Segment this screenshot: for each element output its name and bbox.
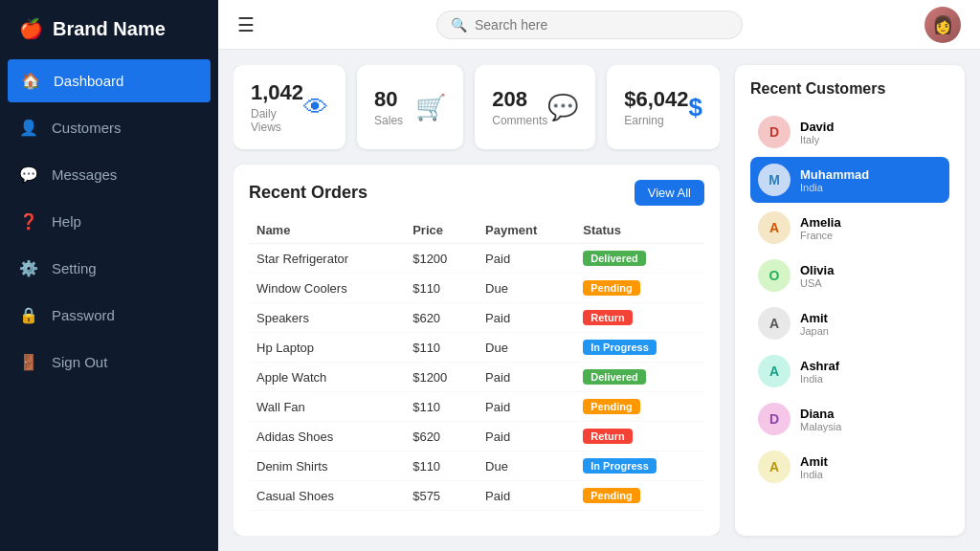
sidebar-item-help[interactable]: ❓ Help [0,198,218,245]
list-item[interactable]: A Amelia France [750,205,949,251]
table-row: Speakers $620 Paid Return [249,303,704,333]
stat-value-comments: 208 [492,87,547,112]
stat-label-comments: Comments [492,114,547,127]
view-all-button[interactable]: View All [635,180,704,206]
customer-name: Amit [800,311,829,325]
order-status: Pending [575,274,704,303]
sidebar-nav: 🏠 Dashboard 👤 Customers 💬 Messages ❓ Hel… [0,57,218,551]
col-payment: Payment [478,217,575,244]
order-payment: Paid [478,303,575,333]
order-status: In Progress [575,452,704,481]
search-input[interactable] [475,17,728,33]
list-item[interactable]: D David Italy [750,109,949,155]
customer-name: Ashraf [800,359,839,373]
status-badge: Pending [583,488,639,503]
hamburger-menu[interactable]: ☰ [237,13,255,36]
stat-info-views: 1,042 Daily Views [251,80,303,134]
order-status: Return [575,422,704,452]
order-payment: Paid [478,422,575,452]
list-item[interactable]: A Ashraf India [750,348,949,394]
sidebar-item-label: Sign Out [52,354,107,370]
stat-value-sales: 80 [374,87,403,112]
stat-info-sales: 80 Sales [374,87,403,127]
status-badge: In Progress [583,458,657,474]
stat-label-views: Daily Views [251,107,303,134]
search-icon: 🔍 [451,17,467,33]
sidebar-item-label: Dashboard [54,73,123,89]
status-badge: Pending [583,399,639,414]
stat-label-sales: Sales [374,114,403,127]
search-bar[interactable]: 🔍 [436,11,743,39]
customer-name: David [800,120,834,134]
customer-info: Amelia France [800,215,841,241]
apple-icon: 🍎 [19,17,43,40]
list-item[interactable]: A Amit Japan [750,300,949,346]
order-name: Window Coolers [249,274,405,303]
customers-card: Recent Customers D David Italy M Muhamma… [735,65,965,536]
list-item[interactable]: D Diana Malaysia [750,396,949,442]
customer-country: India [800,182,869,193]
avatar: D [758,116,791,148]
orders-card: Recent Orders View All Name Price Paymen… [234,165,720,536]
main-content: ☰ 🔍 👩 1,042 Daily Views 👁 80 [218,0,980,551]
avatar: A [758,355,791,387]
customer-name: Muhammad [800,167,869,182]
table-row: Wall Fan $110 Paid Pending [249,392,704,422]
order-price: $620 [405,303,478,333]
order-name: Speakers [249,303,405,333]
orders-header: Recent Orders View All [249,180,704,206]
status-badge: Delivered [583,369,646,385]
table-row: Hp Laptop $110 Due In Progress [249,333,704,363]
customer-country: Italy [800,134,834,145]
order-name: Apple Watch [249,363,405,392]
orders-table: Name Price Payment Status Star Refrigera… [249,217,704,511]
orders-title: Recent Orders [249,183,368,203]
sidebar-item-dashboard[interactable]: 🏠 Dashboard [8,59,211,102]
customer-country: Japan [800,325,829,337]
col-status: Status [575,217,704,244]
table-row: Denim Shirts $110 Due In Progress [249,452,704,481]
stat-card-comments: 208 Comments 💬 [475,65,595,149]
chat-icon: 💬 [547,93,578,122]
content-left: 1,042 Daily Views 👁 80 Sales 🛒 208 Com [234,65,720,536]
stat-value-earning: $6,042 [624,87,688,112]
order-price: $110 [405,392,478,422]
table-row: Adidas Shoes $620 Paid Return [249,422,704,452]
status-badge: Delivered [583,251,646,266]
order-status: Delivered [575,363,704,392]
list-item[interactable]: O Olivia USA [750,253,949,298]
stat-value-views: 1,042 [251,80,303,105]
lock-icon: 🔒 [19,306,38,324]
order-payment: Paid [478,244,575,274]
list-item[interactable]: A Amit India [750,444,949,490]
help-icon: ❓ [19,212,38,231]
avatar: A [758,211,791,244]
sidebar-item-messages[interactable]: 💬 Messages [0,151,218,198]
content-area: 1,042 Daily Views 👁 80 Sales 🛒 208 Com [218,50,980,551]
user-avatar[interactable]: 👩 [924,7,961,43]
sidebar-item-password[interactable]: 🔒 Password [0,292,218,339]
sidebar-item-setting[interactable]: ⚙️ Setting [0,245,218,292]
table-row: Star Refrigerator $1200 Paid Delivered [249,244,704,274]
customer-info: Olivia USA [800,263,834,289]
order-name: Star Refrigerator [249,244,405,274]
sidebar-item-customers[interactable]: 👤 Customers [0,104,218,151]
stat-card-views: 1,042 Daily Views 👁 [234,65,345,149]
status-badge: Return [583,429,632,444]
order-payment: Paid [478,481,575,511]
order-status: Pending [575,481,704,511]
order-status: Pending [575,392,704,422]
customer-info: Ashraf India [800,359,839,385]
stat-card-earning: $6,042 Earning $ [607,65,720,149]
customer-country: India [800,373,839,385]
table-row: Window Coolers $110 Due Pending [249,274,704,303]
sidebar-item-signout[interactable]: 🚪 Sign Out [0,339,218,386]
list-item[interactable]: M Muhammad India [750,157,949,203]
order-status: Return [575,303,704,333]
order-payment: Due [478,274,575,303]
stat-label-earning: Earning [624,114,688,127]
cart-icon: 🛒 [415,93,446,122]
avatar: A [758,307,791,340]
customer-name: Diana [800,407,841,421]
recent-customers-panel: Recent Customers D David Italy M Muhamma… [735,65,965,536]
